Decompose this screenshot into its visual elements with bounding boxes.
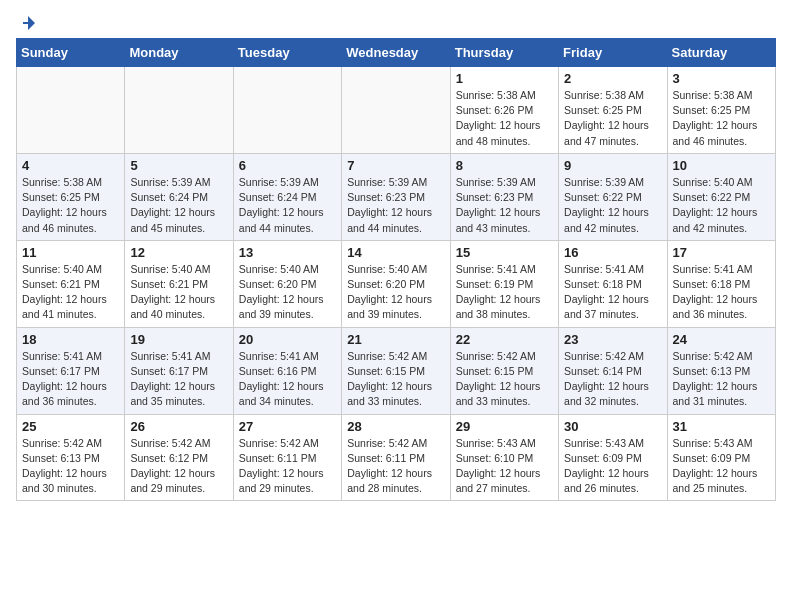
day-number: 15 bbox=[456, 245, 553, 260]
calendar-cell: 3Sunrise: 5:38 AMSunset: 6:25 PMDaylight… bbox=[667, 67, 775, 154]
day-number: 2 bbox=[564, 71, 661, 86]
calendar-week-row: 11Sunrise: 5:40 AMSunset: 6:21 PMDayligh… bbox=[17, 240, 776, 327]
day-info: Sunrise: 5:38 AMSunset: 6:26 PMDaylight:… bbox=[456, 88, 553, 149]
calendar-week-row: 1Sunrise: 5:38 AMSunset: 6:26 PMDaylight… bbox=[17, 67, 776, 154]
calendar-cell: 17Sunrise: 5:41 AMSunset: 6:18 PMDayligh… bbox=[667, 240, 775, 327]
day-info: Sunrise: 5:42 AMSunset: 6:15 PMDaylight:… bbox=[456, 349, 553, 410]
day-info: Sunrise: 5:40 AMSunset: 6:21 PMDaylight:… bbox=[22, 262, 119, 323]
calendar-cell: 2Sunrise: 5:38 AMSunset: 6:25 PMDaylight… bbox=[559, 67, 667, 154]
day-header-monday: Monday bbox=[125, 39, 233, 67]
day-number: 1 bbox=[456, 71, 553, 86]
day-number: 28 bbox=[347, 419, 444, 434]
day-info: Sunrise: 5:40 AMSunset: 6:20 PMDaylight:… bbox=[347, 262, 444, 323]
logo-icon bbox=[19, 14, 37, 32]
day-info: Sunrise: 5:42 AMSunset: 6:11 PMDaylight:… bbox=[239, 436, 336, 497]
day-info: Sunrise: 5:42 AMSunset: 6:13 PMDaylight:… bbox=[22, 436, 119, 497]
day-number: 24 bbox=[673, 332, 770, 347]
day-info: Sunrise: 5:42 AMSunset: 6:15 PMDaylight:… bbox=[347, 349, 444, 410]
calendar-cell bbox=[233, 67, 341, 154]
day-info: Sunrise: 5:41 AMSunset: 6:18 PMDaylight:… bbox=[673, 262, 770, 323]
day-info: Sunrise: 5:39 AMSunset: 6:24 PMDaylight:… bbox=[239, 175, 336, 236]
calendar-cell: 21Sunrise: 5:42 AMSunset: 6:15 PMDayligh… bbox=[342, 327, 450, 414]
calendar-cell: 30Sunrise: 5:43 AMSunset: 6:09 PMDayligh… bbox=[559, 414, 667, 501]
day-number: 19 bbox=[130, 332, 227, 347]
calendar-cell: 7Sunrise: 5:39 AMSunset: 6:23 PMDaylight… bbox=[342, 153, 450, 240]
calendar-cell: 11Sunrise: 5:40 AMSunset: 6:21 PMDayligh… bbox=[17, 240, 125, 327]
logo bbox=[16, 16, 37, 28]
calendar-cell: 18Sunrise: 5:41 AMSunset: 6:17 PMDayligh… bbox=[17, 327, 125, 414]
day-info: Sunrise: 5:39 AMSunset: 6:22 PMDaylight:… bbox=[564, 175, 661, 236]
day-number: 17 bbox=[673, 245, 770, 260]
calendar-cell: 29Sunrise: 5:43 AMSunset: 6:10 PMDayligh… bbox=[450, 414, 558, 501]
day-number: 8 bbox=[456, 158, 553, 173]
calendar-cell: 8Sunrise: 5:39 AMSunset: 6:23 PMDaylight… bbox=[450, 153, 558, 240]
calendar-week-row: 25Sunrise: 5:42 AMSunset: 6:13 PMDayligh… bbox=[17, 414, 776, 501]
day-number: 27 bbox=[239, 419, 336, 434]
calendar-cell: 27Sunrise: 5:42 AMSunset: 6:11 PMDayligh… bbox=[233, 414, 341, 501]
calendar-cell: 20Sunrise: 5:41 AMSunset: 6:16 PMDayligh… bbox=[233, 327, 341, 414]
day-number: 29 bbox=[456, 419, 553, 434]
calendar-cell: 26Sunrise: 5:42 AMSunset: 6:12 PMDayligh… bbox=[125, 414, 233, 501]
calendar-cell: 4Sunrise: 5:38 AMSunset: 6:25 PMDaylight… bbox=[17, 153, 125, 240]
day-number: 31 bbox=[673, 419, 770, 434]
day-info: Sunrise: 5:41 AMSunset: 6:19 PMDaylight:… bbox=[456, 262, 553, 323]
calendar-cell bbox=[125, 67, 233, 154]
day-number: 11 bbox=[22, 245, 119, 260]
day-number: 16 bbox=[564, 245, 661, 260]
day-header-friday: Friday bbox=[559, 39, 667, 67]
day-info: Sunrise: 5:39 AMSunset: 6:23 PMDaylight:… bbox=[456, 175, 553, 236]
day-header-saturday: Saturday bbox=[667, 39, 775, 67]
calendar-cell: 16Sunrise: 5:41 AMSunset: 6:18 PMDayligh… bbox=[559, 240, 667, 327]
day-number: 14 bbox=[347, 245, 444, 260]
day-number: 21 bbox=[347, 332, 444, 347]
day-info: Sunrise: 5:43 AMSunset: 6:10 PMDaylight:… bbox=[456, 436, 553, 497]
day-info: Sunrise: 5:39 AMSunset: 6:23 PMDaylight:… bbox=[347, 175, 444, 236]
day-info: Sunrise: 5:41 AMSunset: 6:17 PMDaylight:… bbox=[130, 349, 227, 410]
day-info: Sunrise: 5:43 AMSunset: 6:09 PMDaylight:… bbox=[564, 436, 661, 497]
calendar-cell: 23Sunrise: 5:42 AMSunset: 6:14 PMDayligh… bbox=[559, 327, 667, 414]
day-info: Sunrise: 5:38 AMSunset: 6:25 PMDaylight:… bbox=[564, 88, 661, 149]
calendar-week-row: 18Sunrise: 5:41 AMSunset: 6:17 PMDayligh… bbox=[17, 327, 776, 414]
day-header-wednesday: Wednesday bbox=[342, 39, 450, 67]
calendar-table: SundayMondayTuesdayWednesdayThursdayFrid… bbox=[16, 38, 776, 501]
calendar-cell: 12Sunrise: 5:40 AMSunset: 6:21 PMDayligh… bbox=[125, 240, 233, 327]
day-number: 23 bbox=[564, 332, 661, 347]
day-info: Sunrise: 5:41 AMSunset: 6:17 PMDaylight:… bbox=[22, 349, 119, 410]
calendar-cell: 22Sunrise: 5:42 AMSunset: 6:15 PMDayligh… bbox=[450, 327, 558, 414]
day-number: 25 bbox=[22, 419, 119, 434]
day-info: Sunrise: 5:40 AMSunset: 6:20 PMDaylight:… bbox=[239, 262, 336, 323]
days-header-row: SundayMondayTuesdayWednesdayThursdayFrid… bbox=[17, 39, 776, 67]
calendar-cell bbox=[342, 67, 450, 154]
calendar-cell: 5Sunrise: 5:39 AMSunset: 6:24 PMDaylight… bbox=[125, 153, 233, 240]
calendar-week-row: 4Sunrise: 5:38 AMSunset: 6:25 PMDaylight… bbox=[17, 153, 776, 240]
calendar-cell: 24Sunrise: 5:42 AMSunset: 6:13 PMDayligh… bbox=[667, 327, 775, 414]
day-header-thursday: Thursday bbox=[450, 39, 558, 67]
day-number: 6 bbox=[239, 158, 336, 173]
day-number: 30 bbox=[564, 419, 661, 434]
day-number: 22 bbox=[456, 332, 553, 347]
calendar-cell: 1Sunrise: 5:38 AMSunset: 6:26 PMDaylight… bbox=[450, 67, 558, 154]
day-number: 10 bbox=[673, 158, 770, 173]
day-number: 4 bbox=[22, 158, 119, 173]
day-number: 12 bbox=[130, 245, 227, 260]
day-info: Sunrise: 5:42 AMSunset: 6:12 PMDaylight:… bbox=[130, 436, 227, 497]
calendar-cell: 6Sunrise: 5:39 AMSunset: 6:24 PMDaylight… bbox=[233, 153, 341, 240]
day-info: Sunrise: 5:43 AMSunset: 6:09 PMDaylight:… bbox=[673, 436, 770, 497]
calendar-cell: 15Sunrise: 5:41 AMSunset: 6:19 PMDayligh… bbox=[450, 240, 558, 327]
calendar-cell: 14Sunrise: 5:40 AMSunset: 6:20 PMDayligh… bbox=[342, 240, 450, 327]
day-info: Sunrise: 5:42 AMSunset: 6:13 PMDaylight:… bbox=[673, 349, 770, 410]
day-header-sunday: Sunday bbox=[17, 39, 125, 67]
day-number: 18 bbox=[22, 332, 119, 347]
day-info: Sunrise: 5:41 AMSunset: 6:18 PMDaylight:… bbox=[564, 262, 661, 323]
day-number: 3 bbox=[673, 71, 770, 86]
day-info: Sunrise: 5:39 AMSunset: 6:24 PMDaylight:… bbox=[130, 175, 227, 236]
day-number: 9 bbox=[564, 158, 661, 173]
day-number: 7 bbox=[347, 158, 444, 173]
day-info: Sunrise: 5:42 AMSunset: 6:11 PMDaylight:… bbox=[347, 436, 444, 497]
calendar-cell: 9Sunrise: 5:39 AMSunset: 6:22 PMDaylight… bbox=[559, 153, 667, 240]
day-info: Sunrise: 5:40 AMSunset: 6:21 PMDaylight:… bbox=[130, 262, 227, 323]
calendar-cell bbox=[17, 67, 125, 154]
calendar-cell: 31Sunrise: 5:43 AMSunset: 6:09 PMDayligh… bbox=[667, 414, 775, 501]
calendar-cell: 10Sunrise: 5:40 AMSunset: 6:22 PMDayligh… bbox=[667, 153, 775, 240]
day-info: Sunrise: 5:38 AMSunset: 6:25 PMDaylight:… bbox=[673, 88, 770, 149]
